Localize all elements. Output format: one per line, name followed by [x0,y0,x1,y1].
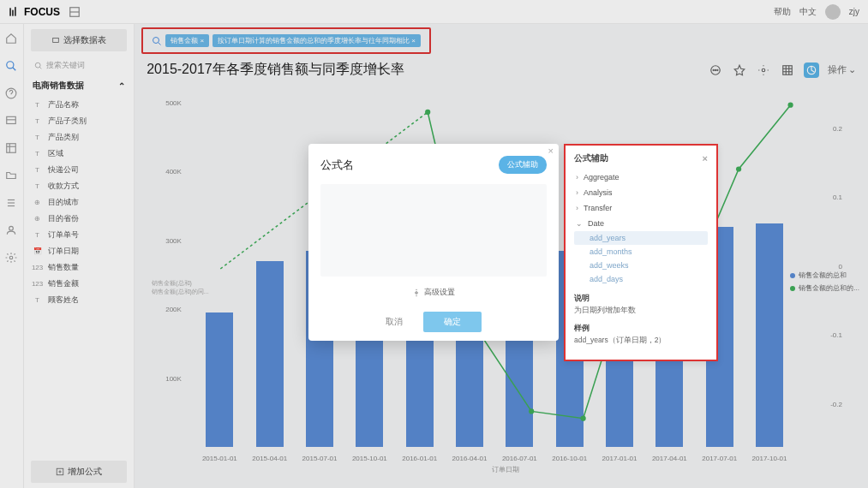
helper-example-text: add_years（订单日期，2） [574,336,708,346]
helper-category[interactable]: Date [574,216,708,231]
formula-input[interactable] [320,184,547,277]
close-icon[interactable]: × [703,153,708,164]
helper-function[interactable]: add_months [574,245,708,259]
helper-category[interactable]: Transfer [574,200,708,216]
formula-helper-panel: 公式辅助 × Aggregate Analysis Transfer Date … [564,144,718,361]
cancel-button[interactable]: 取消 [386,312,403,332]
helper-example-title: 样例 [574,323,708,334]
confirm-button[interactable]: 确定 [423,312,482,332]
helper-description-title: 说明 [574,293,708,304]
formula-helper-button[interactable]: 公式辅助 [499,156,547,174]
helper-function[interactable]: add_years [574,231,708,245]
helper-title-text: 公式辅助 [574,152,608,164]
helper-category[interactable]: Aggregate [574,170,708,185]
gear-icon [412,289,421,297]
advanced-settings-toggle[interactable]: 高级设置 [308,282,559,303]
close-icon[interactable]: × [548,146,554,156]
helper-function[interactable]: add_days [574,272,708,286]
modal-title: 公式名 [320,158,354,173]
helper-function[interactable]: add_weeks [574,259,708,272]
helper-category[interactable]: Analysis [574,185,708,200]
formula-modal: × 公式名 公式辅助 高级设置 取消 确定 [308,144,559,341]
helper-description-text: 为日期列增加年数 [574,306,708,316]
svg-point-45 [416,291,418,294]
